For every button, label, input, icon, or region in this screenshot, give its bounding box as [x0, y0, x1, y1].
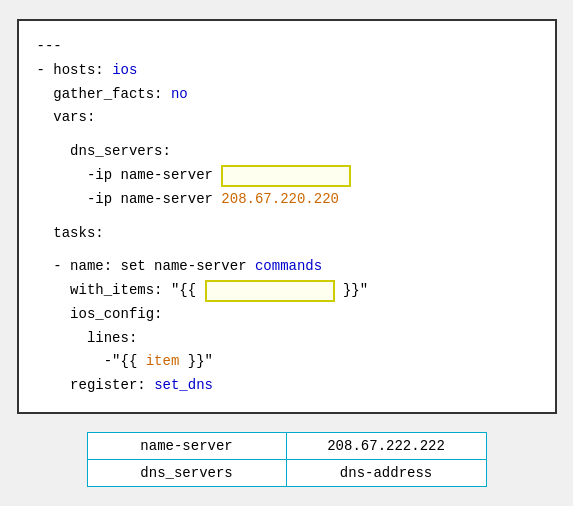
table-row-2: dns_servers dns-address [87, 460, 486, 487]
code-block: --- - hosts: ios gather_facts: no vars: … [17, 19, 557, 414]
code-line-10: tasks: [37, 222, 537, 246]
code-line-13: with_items: "{{ }}" [37, 279, 537, 303]
input-highlight-1[interactable] [221, 165, 351, 187]
code-line-14: ios_config: [37, 303, 537, 327]
code-line-2: - hosts: ios [37, 59, 537, 83]
code-line-7: -ip name-server [37, 164, 537, 188]
table-cell-1-1: name-server [87, 433, 286, 460]
table-cell-2-2: dns-address [286, 460, 486, 487]
code-line-16: -"{{ item }}" [37, 350, 537, 374]
input-highlight-2[interactable] [205, 280, 335, 302]
code-line-12: - name: set name-server commands [37, 255, 537, 279]
reference-table: name-server 208.67.222.222 dns_servers d… [87, 432, 487, 487]
code-line-4: vars: [37, 106, 537, 130]
code-line-6: dns_servers: [37, 140, 537, 164]
code-line-15: lines: [37, 327, 537, 351]
code-line-3: gather_facts: no [37, 83, 537, 107]
code-line-17: register: set_dns [37, 374, 537, 398]
table-row-1: name-server 208.67.222.222 [87, 433, 486, 460]
code-line-1: --- [37, 35, 537, 59]
table-cell-2-1: dns_servers [87, 460, 286, 487]
table-cell-1-2: 208.67.222.222 [286, 433, 486, 460]
code-line-8: -ip name-server 208.67.220.220 [37, 188, 537, 212]
